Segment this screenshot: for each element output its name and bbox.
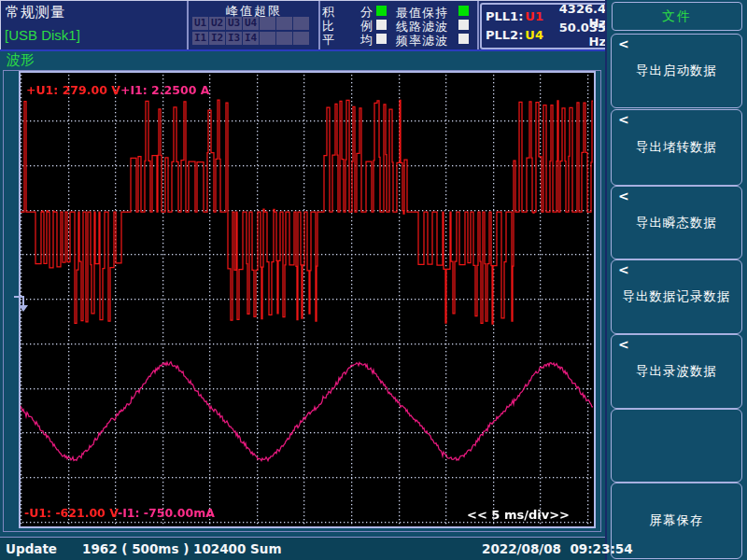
scale-annotation-bottom: -U1: -621.00 V-I1: -750.00mA <box>24 506 215 520</box>
peak-cell-i3: I3 <box>226 32 242 45</box>
chevron-left-icon: < <box>618 262 630 277</box>
empty-softkey-button[interactable] <box>611 409 742 483</box>
button-label: 导出录波数据 <box>636 363 717 380</box>
softkey-menu: 文件 <导出启动数据 <导出堵转数据 <导出瞬态数据 <导出数据记录数据 <导出… <box>605 0 747 560</box>
update-counter: 1962 ( 500ms ) 102400 Sum <box>82 541 281 556</box>
peak-cell-empty <box>260 32 275 45</box>
peak-cell-u3: U3 <box>226 17 242 30</box>
instrument-screen: 常规测量 [USB Disk1] 峰值超限 U1 U2 U3 U4 I1 I2 … <box>0 0 747 560</box>
peak-cell-i2: I2 <box>209 32 225 45</box>
peak-cell-u1: U1 <box>192 17 208 30</box>
measurement-mode-title: 常规测量 <box>6 4 65 21</box>
line-filter-led <box>458 20 469 30</box>
usb-disk-status: [USB Disk1] <box>5 27 80 43</box>
peak-cell-empty <box>293 17 309 30</box>
button-label: 屏幕保存 <box>650 512 704 529</box>
peak-cell-u2: U2 <box>209 17 225 30</box>
pll1-source: U1 <box>525 9 543 23</box>
waveform-panel-title: 波形 <box>7 51 35 69</box>
timebase-readout: << 5 ms/div>> <box>467 508 570 522</box>
menu-title-file: 文件 <box>612 2 742 31</box>
peak-cell-empty <box>276 17 292 30</box>
u1-top-scale: +U1: 279.00 V <box>26 83 120 97</box>
export-datalog-data-button[interactable]: <导出数据记录数据 <box>611 259 742 334</box>
separator <box>477 1 479 49</box>
pll-status-box: PLL1: U1 4326.4 Hz PLL2: U4 50.035 Hz <box>480 3 612 49</box>
toggle-row-average-freqfilter: 平 均 频率滤波 <box>321 32 476 46</box>
max-hold-led <box>458 6 469 16</box>
waveform-display <box>21 73 594 526</box>
chevron-left-icon: < <box>618 112 630 127</box>
pll2-frequency: 50.035 Hz <box>543 21 606 49</box>
peak-cell-u4: U4 <box>243 17 259 30</box>
pll2-label: PLL2: <box>486 28 523 42</box>
average-led <box>376 34 387 44</box>
separator <box>318 1 320 49</box>
divider <box>0 49 605 51</box>
toggle-label: 均 <box>360 32 373 49</box>
pll1-label: PLL1: <box>486 9 523 23</box>
export-locked-rotor-data-button[interactable]: <导出堵转数据 <box>611 109 742 186</box>
u1-bottom-scale: -U1: -621.00 V <box>24 506 118 520</box>
i1-bottom-scale: -I1: -750.00mA <box>118 506 215 520</box>
peak-cell-i4: I4 <box>243 32 259 45</box>
chevron-left-icon: < <box>618 36 630 51</box>
toggle-row-scaling-linefilter: 比 例 线路滤波 <box>321 18 476 32</box>
bottom-status-bar: Update 1962 ( 500ms ) 102400 Sum 2022/08… <box>0 537 605 560</box>
button-label: 导出数据记录数据 <box>623 288 731 305</box>
export-startup-data-button[interactable]: <导出启动数据 <box>611 34 742 108</box>
chevron-left-icon: < <box>618 337 630 352</box>
pll2-source: U4 <box>525 28 543 42</box>
integration-led <box>376 6 387 16</box>
freq-filter-led <box>458 34 469 44</box>
datetime: 2022/08/08 09:23:54 <box>482 541 633 556</box>
button-label: 导出启动数据 <box>636 63 717 79</box>
peak-over-limit-row-i: I1 I2 I3 I4 <box>192 32 309 45</box>
peak-cell-empty <box>276 32 292 45</box>
top-status-bar: 常规测量 [USB Disk1] 峰值超限 U1 U2 U3 U4 I1 I2 … <box>0 0 606 50</box>
peak-cell-empty <box>260 17 275 30</box>
chevron-left-icon: < <box>618 189 630 203</box>
toggle-row-integration-maxhold: 积 分 最值保持 <box>321 4 476 18</box>
peak-cell-empty <box>293 32 309 45</box>
peak-cell-i1: I1 <box>192 32 208 45</box>
pll2-row: PLL2: U4 50.035 Hz <box>486 25 606 44</box>
toggle-label: 平 <box>322 32 334 49</box>
button-label: 导出瞬态数据 <box>636 215 717 231</box>
export-waveform-data-button[interactable]: <导出录波数据 <box>611 334 742 409</box>
separator <box>187 1 189 49</box>
export-transient-data-button[interactable]: <导出瞬态数据 <box>611 186 742 259</box>
i1-top-scale: +I1: 2.2500 A <box>120 83 209 97</box>
peak-over-limit-row-u: U1 U2 U3 U4 <box>192 17 309 30</box>
update-label: Update <box>6 541 57 556</box>
scale-annotation-top: +U1: 279.00 V+I1: 2.2500 A <box>26 83 209 97</box>
button-label: 导出堵转数据 <box>636 139 717 156</box>
freq-filter-label: 频率滤波 <box>396 33 448 49</box>
trigger-marker-icon <box>12 293 31 314</box>
scaling-led <box>376 20 387 30</box>
